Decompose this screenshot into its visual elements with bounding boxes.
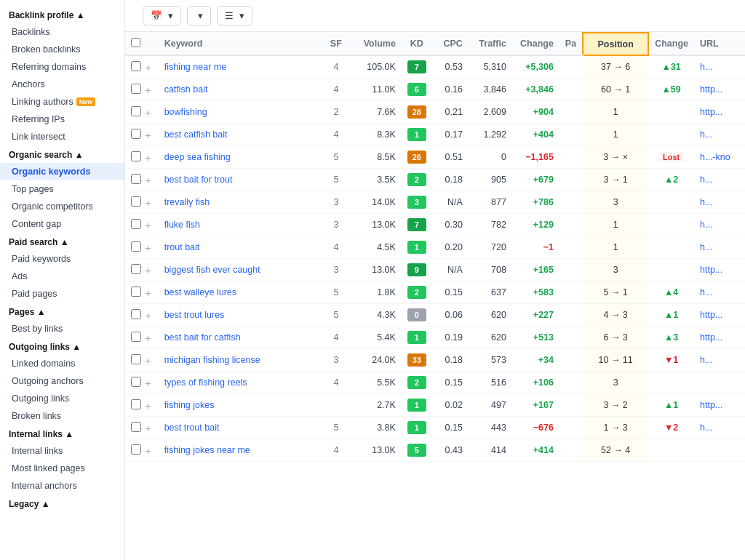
cell-keyword-15[interactable]: fishing jokes [159, 394, 322, 417]
row-checkbox-2[interactable] [131, 106, 141, 116]
cell-url-13[interactable]: h... [694, 349, 745, 372]
cell-url-0[interactable]: h... [694, 55, 745, 79]
cell-url-6[interactable]: h... [694, 191, 745, 214]
col-header-volume[interactable]: Volume [351, 33, 402, 55]
cell-keyword-2[interactable]: bowfishing [159, 101, 322, 124]
cell-url-12[interactable]: http... [694, 327, 745, 349]
cell-keyword-16[interactable]: best trout bait [159, 417, 322, 439]
row-checkbox-3[interactable] [131, 129, 141, 139]
row-add-btn-15[interactable]: + [143, 400, 152, 412]
keyword-link-13[interactable]: michigan fishing license [164, 355, 260, 365]
cell-url-2[interactable]: http... [694, 101, 745, 124]
keyword-link-4[interactable]: deep sea fishing [164, 152, 231, 162]
row-add-btn-14[interactable]: + [143, 377, 152, 389]
keyword-link-5[interactable]: best bait for trout [164, 175, 233, 185]
cell-keyword-5[interactable]: best bait for trout [159, 169, 322, 191]
cell-url-15[interactable]: http... [694, 394, 745, 417]
col-header-sf[interactable]: SF [322, 33, 351, 55]
cell-keyword-10[interactable]: best walleye lures [159, 281, 322, 304]
cell-url-7[interactable]: h... [694, 214, 745, 236]
keyword-link-11[interactable]: best trout lures [164, 310, 225, 320]
cell-keyword-7[interactable]: fluke fish [159, 214, 322, 236]
sidebar-section-outgoing-links--[interactable]: Outgoing links ▲ [0, 337, 124, 355]
row-checkbox-5[interactable] [131, 174, 141, 184]
row-add-btn-5[interactable]: + [143, 175, 152, 186]
keyword-link-2[interactable]: bowfishing [164, 107, 207, 117]
sidebar-item-internal-anchors[interactable]: Internal anchors [0, 477, 124, 495]
cell-url-9[interactable]: http... [694, 259, 745, 281]
row-add-btn-6[interactable]: + [143, 197, 152, 209]
sidebar-item-broken-links[interactable]: Broken links [0, 407, 124, 425]
keyword-link-0[interactable]: fishing near me [164, 62, 226, 72]
cell-url-16[interactable]: h... [694, 417, 745, 439]
compare-button[interactable]: ▾ [187, 6, 211, 25]
cell-url-8[interactable]: h... [694, 236, 745, 259]
row-add-btn-1[interactable]: + [143, 84, 152, 96]
row-checkbox-6[interactable] [131, 196, 141, 207]
cell-keyword-3[interactable]: best catfish bait [159, 124, 322, 146]
keyword-link-10[interactable]: best walleye lures [164, 287, 236, 297]
sidebar-item-referring-domains[interactable]: Referring domains [0, 58, 124, 76]
keyword-link-16[interactable]: best trout bait [164, 423, 220, 433]
row-add-btn-7[interactable]: + [143, 220, 152, 231]
keyword-link-9[interactable]: biggest fish ever caught [164, 265, 260, 275]
row-checkbox-17[interactable] [131, 444, 141, 455]
sidebar-section-backlink-profile--[interactable]: Backlink profile ▲ [0, 6, 124, 23]
col-header-pchange[interactable]: Change [648, 33, 694, 55]
sidebar-item-outgoing-anchors[interactable]: Outgoing anchors [0, 372, 124, 390]
cell-keyword-17[interactable]: fishing jokes near me [159, 439, 322, 462]
sidebar-section-pages--[interactable]: Pages ▲ [0, 303, 124, 320]
filters-button[interactable]: ☰ ▾ [217, 6, 252, 25]
row-checkbox-9[interactable] [131, 264, 141, 274]
row-checkbox-15[interactable] [131, 399, 141, 409]
keyword-link-6[interactable]: trevally fish [164, 197, 210, 207]
sidebar-section-legacy--[interactable]: Legacy ▲ [0, 495, 124, 512]
row-add-btn-4[interactable]: + [143, 152, 152, 164]
cell-url-14[interactable] [694, 372, 745, 394]
keyword-link-12[interactable]: best bait for catfish [164, 332, 241, 343]
sidebar-item-organic-competitors[interactable]: Organic competitors [0, 198, 124, 215]
col-header-keyword[interactable]: Keyword [159, 33, 322, 55]
cell-url-4[interactable]: h...-kno [694, 146, 745, 169]
sidebar-item-referring-ips[interactable]: Referring IPs [0, 111, 124, 128]
col-header-pa[interactable]: Pa [559, 33, 583, 55]
cell-url-5[interactable]: h... [694, 169, 745, 191]
sidebar-section-internal-links--[interactable]: Internal links ▲ [0, 425, 124, 442]
cell-keyword-14[interactable]: types of fishing reels [159, 372, 322, 394]
sidebar-item-content-gap[interactable]: Content gap [0, 215, 124, 233]
row-add-btn-10[interactable]: + [143, 287, 152, 299]
date-picker-button[interactable]: 📅 ▾ [143, 6, 181, 25]
cell-url-11[interactable]: http... [694, 304, 745, 327]
sidebar-section-paid-search--[interactable]: Paid search ▲ [0, 233, 124, 250]
row-add-btn-0[interactable]: + [143, 62, 152, 73]
sidebar-item-backlinks[interactable]: Backlinks [0, 23, 124, 41]
row-checkbox-1[interactable] [131, 84, 141, 94]
sidebar-item-top-pages[interactable]: Top pages [0, 180, 124, 198]
row-add-btn-9[interactable]: + [143, 265, 152, 276]
sidebar-item-outgoing-links[interactable]: Outgoing links [0, 390, 124, 407]
sidebar-item-broken-backlinks[interactable]: Broken backlinks [0, 41, 124, 58]
col-header-position[interactable]: Position [583, 33, 648, 55]
cell-keyword-13[interactable]: michigan fishing license [159, 349, 322, 372]
sidebar-item-best-by-links[interactable]: Best by links [0, 320, 124, 337]
sidebar-item-internal-links[interactable]: Internal links [0, 442, 124, 460]
sidebar-item-anchors[interactable]: Anchors [0, 76, 124, 93]
sidebar-item-link-intersect[interactable]: Link intersect [0, 128, 124, 145]
row-checkbox-10[interactable] [131, 287, 141, 297]
col-header-kd[interactable]: KD [402, 33, 432, 55]
cell-keyword-12[interactable]: best bait for catfish [159, 327, 322, 349]
cell-url-10[interactable]: h... [694, 281, 745, 304]
col-header-cpc[interactable]: CPC [432, 33, 469, 55]
col-header-change[interactable]: Change [512, 33, 559, 55]
sidebar-item-linked-domains[interactable]: Linked domains [0, 355, 124, 372]
row-add-btn-13[interactable]: + [143, 355, 152, 367]
cell-keyword-1[interactable]: catfish bait [159, 79, 322, 101]
col-header-url[interactable]: URL [694, 33, 745, 55]
cell-keyword-4[interactable]: deep sea fishing [159, 146, 322, 169]
sidebar-item-paid-pages[interactable]: Paid pages [0, 285, 124, 303]
sidebar-item-organic-keywords[interactable]: Organic keywords [0, 163, 124, 180]
keyword-link-14[interactable]: types of fishing reels [164, 377, 247, 388]
keyword-link-7[interactable]: fluke fish [164, 220, 200, 230]
cell-keyword-9[interactable]: biggest fish ever caught [159, 259, 322, 281]
row-checkbox-13[interactable] [131, 354, 141, 364]
